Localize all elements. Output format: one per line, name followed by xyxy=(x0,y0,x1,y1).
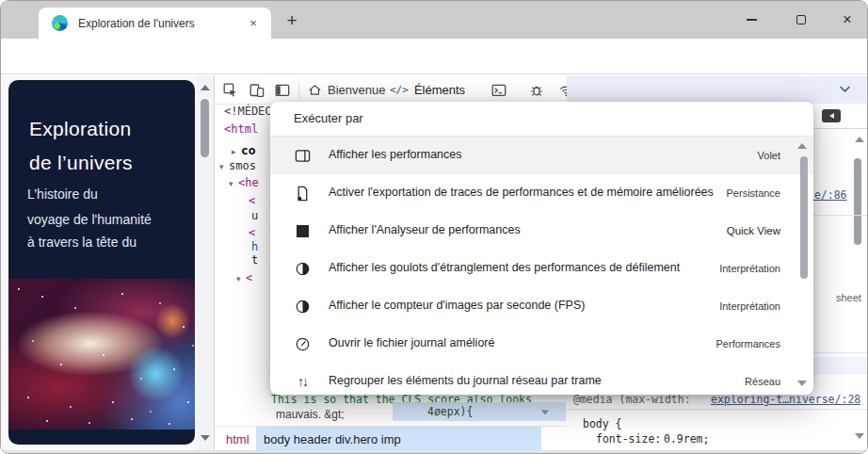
styles-scroll-down-icon[interactable] xyxy=(855,433,864,439)
source-link-86[interactable]: se/:86 xyxy=(808,188,847,202)
edge-favicon-icon xyxy=(52,15,68,31)
dom-fragment: <he xyxy=(238,176,259,189)
square-icon xyxy=(294,222,311,239)
palette-item-group-network-by-frame[interactable]: ↑↓ Regrouper les éléments du journal rés… xyxy=(270,363,813,395)
palette-item-enable-trace-export[interactable]: Activer l'exportation de traces de perfo… xyxy=(270,174,813,212)
devtools-panel: Bienvenue </> Éléments xyxy=(214,75,868,450)
expander-icon[interactable]: ▾ xyxy=(219,162,224,171)
palette-scroll-down-icon[interactable] xyxy=(797,381,807,386)
maximize-icon xyxy=(796,15,806,24)
page-content: Exploration de l’univers L’histoire du v… xyxy=(1,75,197,450)
half-circle-icon xyxy=(294,298,311,315)
tab-elements-label: Éléments xyxy=(414,83,465,97)
breadcrumb-html[interactable]: html xyxy=(226,432,249,446)
dom-fragment: < xyxy=(249,194,255,207)
hero-card: Exploration de l’univers L’histoire du v… xyxy=(8,80,195,445)
toggle-arrow-icon xyxy=(829,113,834,119)
elements-breadcrumb: html body header div.hero imp xyxy=(215,426,567,450)
hero-title-line2: de l’univers xyxy=(29,152,133,174)
home-icon xyxy=(308,83,322,97)
scroll-down-icon[interactable] xyxy=(201,435,210,441)
dom-fragment: h xyxy=(251,240,258,253)
sidebar-toggle-icon[interactable] xyxy=(822,109,841,122)
expander-icon[interactable]: ▸ xyxy=(232,147,236,156)
tab-bienvenue[interactable]: Bienvenue xyxy=(308,75,385,105)
dom-fragment: co xyxy=(241,143,256,157)
breadcrumb-selected-label: body header div.hero imp xyxy=(264,432,401,446)
command-palette-input[interactable]: Exécuter par xyxy=(294,111,363,125)
dom-fragment: u xyxy=(251,209,258,222)
dom-fragment: <html xyxy=(224,122,258,136)
tab-elements[interactable]: </> Éléments xyxy=(390,75,465,105)
scroll-up-icon[interactable] xyxy=(201,85,210,90)
selected-node-highlight xyxy=(393,402,566,421)
command-palette: Exécuter par Afficher les performances V… xyxy=(270,102,813,395)
device-emulation-button[interactable] xyxy=(249,82,265,99)
address-bar: ← https://microsoftedge.github.io/Demos/… xyxy=(1,39,867,74)
hero-subtitle-line3: à travers la tête du xyxy=(27,235,137,250)
breadcrumb-selected[interactable]: body header div.hero imp xyxy=(256,427,541,451)
hero-subtitle-line2: voyage de l'humanité xyxy=(27,212,152,227)
window-close-button[interactable]: × xyxy=(827,1,868,39)
dock-side-button[interactable] xyxy=(274,82,291,99)
elements-scroll-down-icon[interactable] xyxy=(541,411,549,415)
code-icon: </> xyxy=(390,84,409,96)
palette-item-performance-analyzer[interactable]: Afficher l'Analyseur de performances Qui… xyxy=(270,212,813,250)
css-property[interactable]: font-size: xyxy=(596,432,661,446)
file-export-icon xyxy=(294,185,311,202)
window-maximize-button[interactable] xyxy=(780,1,822,39)
dom-fragment: smos xyxy=(229,159,256,172)
tab-bienvenue-label: Bienvenue xyxy=(328,83,385,97)
dom-fragment: t xyxy=(251,253,258,267)
new-tab-button[interactable]: + xyxy=(281,10,303,31)
code-comment-translated: mauvais. &gt; xyxy=(276,408,345,421)
arrows-updown-icon: ↑↓ xyxy=(294,373,311,390)
palette-item-fps-counter[interactable]: Afficher le compteur d'images par second… xyxy=(270,287,813,325)
palette-scroll-up-icon[interactable] xyxy=(797,143,807,149)
styles-scroll-up-icon[interactable] xyxy=(855,137,864,142)
stars-decoration xyxy=(18,288,20,290)
dom-fragment: < xyxy=(246,271,252,284)
page-scrollbar[interactable] xyxy=(197,75,214,450)
code-fragment: 4øepx){ xyxy=(427,405,473,418)
source-link-28[interactable]: exploring-t…niverse/:28 xyxy=(711,393,860,406)
styles-panel-header xyxy=(567,76,868,104)
tab-close-icon[interactable]: × xyxy=(245,16,262,30)
palette-item-open-log-file[interactable]: Ouvrir le fichier journal amélioré Perfo… xyxy=(270,325,813,363)
titlebar: Exploration de l'univers × + × xyxy=(1,1,867,39)
palette-item-show-performance[interactable]: Afficher les performances Volet xyxy=(270,137,813,174)
expander-icon[interactable]: ▾ xyxy=(229,179,233,188)
expander-icon[interactable]: ▾ xyxy=(236,274,241,284)
browser-tab[interactable]: Exploration de l'univers × xyxy=(39,8,271,39)
chevron-down-icon[interactable] xyxy=(839,85,851,93)
dom-fragment: < xyxy=(249,226,255,239)
styles-scrollbar-thumb[interactable] xyxy=(854,158,861,245)
palette-item-scroll-bottlenecks[interactable]: Afficher les goulots d'étranglement des … xyxy=(270,250,813,287)
css-value[interactable]: 0.9rem; xyxy=(664,432,709,446)
galaxy-image xyxy=(8,279,195,430)
media-rule: @media (max-width: xyxy=(573,393,691,406)
half-circle-icon xyxy=(294,260,311,277)
toolbar-divider xyxy=(298,82,299,98)
css-selector[interactable]: body { xyxy=(583,417,622,430)
tab-title: Exploration de l'univers xyxy=(78,17,245,30)
debugger-bug-button[interactable] xyxy=(528,82,545,99)
minimize-icon xyxy=(747,19,757,20)
window-bottom-edge xyxy=(1,450,867,454)
rule-separator xyxy=(567,409,868,410)
scrollbar-thumb[interactable] xyxy=(201,99,209,157)
hero-title-line1: Exploration xyxy=(29,118,131,140)
stylesheet-source-fragment: sheet xyxy=(836,292,861,303)
console-button[interactable] xyxy=(490,82,507,99)
browser-window: Exploration de l'univers × + × ← https:/… xyxy=(0,0,868,454)
gauge-circle-icon xyxy=(294,335,311,352)
palette-scrollbar-thumb[interactable] xyxy=(800,156,808,279)
inspect-element-button[interactable] xyxy=(222,82,239,99)
window-minimize-button[interactable] xyxy=(731,1,772,39)
panel-icon xyxy=(294,147,311,164)
hero-subtitle-line1: L’histoire du xyxy=(27,186,98,202)
